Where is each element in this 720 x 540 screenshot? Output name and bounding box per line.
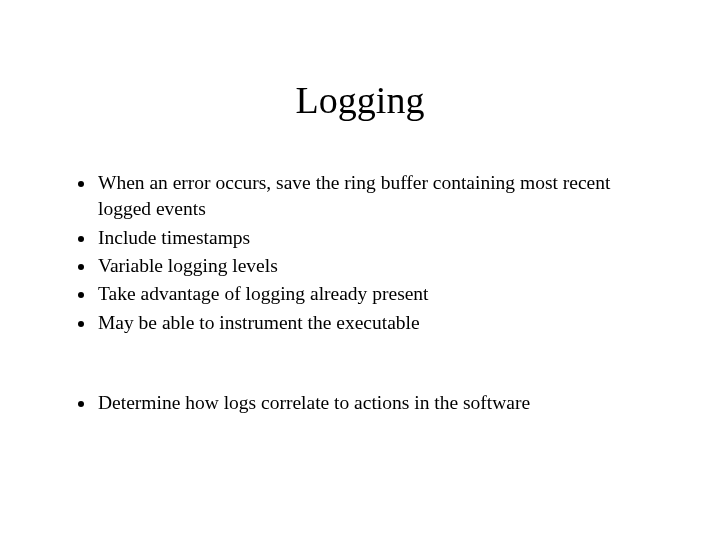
list-item: Take advantage of logging already presen…	[96, 281, 666, 307]
slide: Logging When an error occurs, save the r…	[0, 78, 720, 540]
spacer	[72, 338, 666, 390]
list-item: Variable logging levels	[96, 253, 666, 279]
list-item: May be able to instrument the executable	[96, 310, 666, 336]
slide-content: When an error occurs, save the ring buff…	[0, 170, 720, 416]
bullet-list-bottom: Determine how logs correlate to actions …	[72, 390, 666, 416]
list-item: Determine how logs correlate to actions …	[96, 390, 666, 416]
list-item: When an error occurs, save the ring buff…	[96, 170, 666, 223]
bullet-list-top: When an error occurs, save the ring buff…	[72, 170, 666, 336]
list-item: Include timestamps	[96, 225, 666, 251]
slide-title: Logging	[0, 78, 720, 122]
